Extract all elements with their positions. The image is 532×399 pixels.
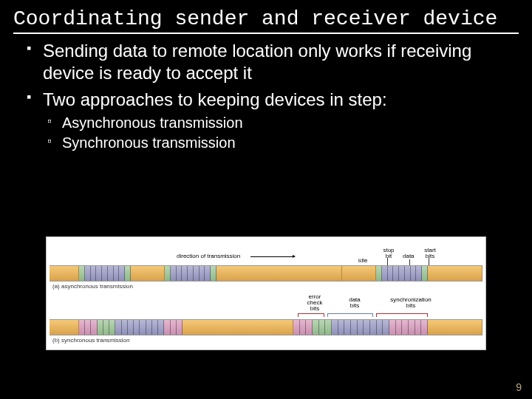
sub-bullet-1: Asynchronous transmission	[43, 114, 510, 132]
stop-bit-label: stop bit	[381, 248, 397, 259]
seg-frame-1	[79, 266, 131, 281]
bullet-2: Two approaches to keeping devices in ste…	[22, 89, 510, 152]
seg-syn-block-1	[79, 320, 183, 335]
seg-idle-4	[342, 266, 376, 281]
sub-bullet-2: Synchronous transmission	[43, 134, 510, 152]
bracket-error	[298, 313, 324, 317]
start-bits-label: start bits	[422, 248, 438, 259]
seg-syn-right	[428, 320, 482, 335]
seg-idle-2	[131, 266, 165, 281]
bullet-1: Sending data to remote location only wor…	[22, 40, 510, 84]
caption-b: (b) synchronous transmission	[50, 335, 482, 348]
seg-frame-3	[376, 266, 428, 281]
transmission-diagram: direction of transmission stop bit data …	[46, 236, 486, 350]
sub-bullet-list: Asynchronous transmission Synchronous tr…	[43, 114, 510, 152]
seg-idle-left	[50, 266, 79, 281]
title-underline	[13, 33, 519, 34]
band-asynchronous	[50, 265, 482, 282]
seg-frame-2	[165, 266, 216, 281]
bullet-list: Sending data to remote location only wor…	[22, 40, 510, 152]
page-number: 9	[516, 381, 522, 393]
labels-row-a: direction of transmission stop bit data …	[50, 243, 482, 265]
seg-idle-right	[428, 266, 482, 281]
labels-row-b: error check bits data bits synchronizati…	[50, 294, 482, 313]
error-check-bits-label: error check bits	[304, 294, 326, 312]
seg-idle-3	[216, 266, 342, 281]
bracket-data	[327, 313, 373, 317]
leader-line-stop	[387, 258, 388, 265]
bracket-sync	[376, 313, 428, 317]
diagram-box: direction of transmission stop bit data …	[46, 236, 486, 350]
slide-content: Sending data to remote location only wor…	[0, 40, 532, 152]
leader-line-data	[409, 259, 410, 265]
bracket-row-b	[50, 313, 482, 319]
data-label: data	[403, 253, 415, 259]
bullet-2-text: Two approaches to keeping devices in ste…	[43, 89, 387, 109]
slide: Coordinating sender and receiver device …	[0, 0, 532, 399]
idle-label: idle	[358, 258, 367, 264]
data-bits-label: data bits	[345, 297, 364, 309]
sync-bits-label: synchronization bits	[385, 297, 437, 309]
caption-a: (a) asynchronous transmission	[50, 282, 482, 294]
slide-title: Coordinating sender and receiver device	[0, 0, 532, 33]
leader-line-start	[429, 258, 429, 265]
direction-arrow	[250, 256, 295, 257]
direction-label: direction of transmission	[177, 253, 240, 259]
band-synchronous	[50, 319, 482, 335]
seg-syn-left	[50, 320, 79, 335]
seg-syn-block-2	[293, 320, 428, 335]
seg-syn-gap	[183, 320, 293, 335]
